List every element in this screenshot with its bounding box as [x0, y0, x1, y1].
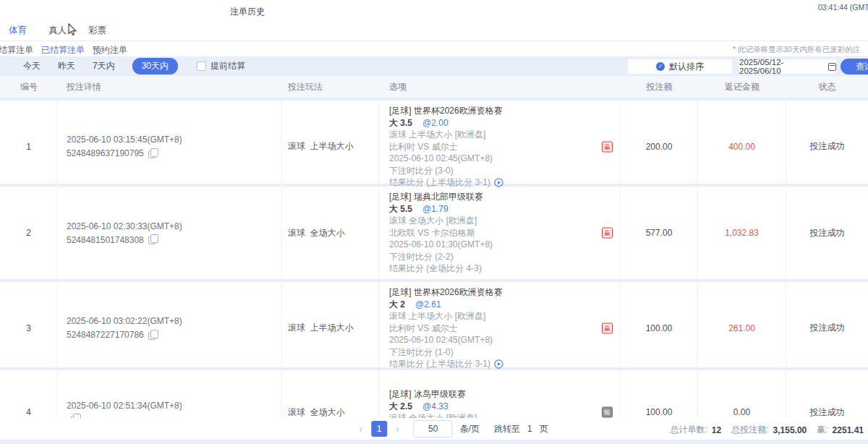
- return-amount: 0.00: [698, 370, 786, 418]
- odds-value: @4.33: [422, 401, 448, 411]
- table-body: 1 2025-06-10 03:15:45(GMT+8) 52484896371…: [0, 98, 868, 418]
- bet-detail-cell: 2025-06-10 03:15:45(GMT+8) 5248489637190…: [58, 101, 282, 193]
- bet-option-cell: [足球] 冰岛甲级联赛 大 2.5@4.33 滚球 全场大小 [欧洲盘] 富佐尼…: [379, 370, 621, 418]
- current-page-button[interactable]: 1: [371, 421, 387, 437]
- date-range-picker[interactable]: 2025/05/12-2025/06/10: [739, 59, 836, 74]
- early-settle-checkbox[interactable]: [197, 61, 206, 71]
- table-header: 编号 投注详情 投注玩法 选项 投注额 返还金额 状态: [0, 76, 868, 98]
- default-sort-label: 默认排序: [669, 61, 704, 73]
- filter-7days[interactable]: 7天内: [93, 60, 115, 72]
- bet-status: 投注成功: [786, 370, 868, 418]
- bet-play: 滚球 上半场大小: [282, 101, 379, 193]
- bet-play: 滚球 全场大小: [282, 370, 379, 418]
- row-number: 4: [0, 370, 58, 418]
- subtab-reserved[interactable]: 预约注单: [93, 44, 127, 56]
- bet-option-cell: [足球] 瑞典北部甲级联赛 大 5.5@1.79 滚球 全场大小 [欧洲盘] 北…: [379, 187, 621, 279]
- pick-selection: 大 5.5: [389, 204, 412, 214]
- odds-value: @2.61: [415, 299, 441, 309]
- bet-status: 投注成功: [786, 187, 868, 279]
- date-range-value: 2025/05/12-2025/06/10: [739, 58, 824, 75]
- match-teams: 北欧联 VS 卡尔伯格斯: [389, 227, 475, 239]
- bet-detail-cell: 2025-06-10 03:02:22(GMT+8) 5248487227170…: [58, 282, 282, 375]
- copy-icon[interactable]: [148, 332, 156, 340]
- bet-option-cell: [足球] 世界杯2026欧洲资格赛 大 2@2.61 滚球 上半场大小 [欧洲盘…: [379, 282, 621, 375]
- early-settle-group: 提前结算: [197, 60, 245, 72]
- page-title: 注单历史: [230, 6, 265, 18]
- per-page-label: 条/页: [460, 423, 480, 435]
- row-number: 3: [0, 282, 58, 375]
- total-win-label: 赢:: [817, 424, 827, 436]
- bet-history-page: 注单历史 03:41:44 (GMT 体育 真人 彩票 未结算注单 已结算注单 …: [0, 0, 868, 444]
- result-detail-icon[interactable]: [494, 359, 503, 369]
- total-stake-value: 3,155.00: [773, 425, 807, 435]
- subtab-settled[interactable]: 已结算注单: [41, 44, 85, 56]
- market-type: 滚球 上半场大小 [欧洲盘]: [389, 129, 485, 141]
- result-detail-icon[interactable]: [494, 178, 503, 187]
- bet-play: 滚球 上半场大小: [282, 282, 379, 375]
- subtab-unsettled[interactable]: 未结算注单: [0, 44, 33, 56]
- jump-label: 跳转至: [494, 423, 520, 435]
- bet-amount: 100.00: [621, 370, 698, 418]
- bet-play: 滚球 全场大小: [282, 187, 379, 279]
- filter-30days[interactable]: 30天内: [132, 58, 178, 74]
- market-type: 滚球 全场大小 [欧洲盘]: [389, 412, 477, 418]
- col-header-return: 返还金额: [698, 81, 786, 93]
- odds-value: @1.79: [422, 204, 448, 214]
- market-type: 滚球 上半场大小 [欧洲盘]: [389, 310, 485, 323]
- col-header-play: 投注玩法: [282, 81, 379, 93]
- return-amount: 261.00: [698, 282, 786, 375]
- next-page-icon[interactable]: ›: [394, 423, 401, 435]
- table-row: 1 2025-06-10 03:15:45(GMT+8) 52484896371…: [0, 101, 868, 184]
- match-teams: 比利时 VS 威尔士: [389, 323, 458, 335]
- default-sort-button[interactable]: 默认排序: [628, 59, 732, 74]
- bet-detail-cell: 2025-06-10 02:51:34(GMT+8): [58, 370, 282, 418]
- bet-time: 2025-06-10 02:30:33(GMT+8): [67, 221, 182, 231]
- row-number: 1: [0, 101, 58, 193]
- bet-time: 2025-06-10 03:02:22(GMT+8): [67, 316, 182, 326]
- bet-option-cell: [足球] 世界杯2026欧洲资格赛 大 3.5@2.00 滚球 上半场大小 [欧…: [379, 101, 621, 193]
- bet-amount: 200.00: [621, 101, 698, 193]
- bet-amount: 100.00: [621, 282, 698, 375]
- odds-value: @2.00: [422, 118, 448, 128]
- copy-icon[interactable]: [148, 236, 156, 244]
- score-at-bet: 下注时比分 (1-0): [389, 346, 454, 359]
- total-stake-label: 总投注额:: [731, 424, 768, 436]
- col-header-detail: 投注详情: [58, 81, 282, 93]
- lose-badge: 输: [602, 407, 613, 418]
- league-name: [足球] 世界杯2026欧洲资格赛: [389, 286, 503, 299]
- records-note: * 此记录将显示30天内所有已派彩的注: [733, 45, 860, 55]
- match-teams: 比利时 VS 威尔士: [389, 141, 458, 153]
- order-id: 5248481501748308: [67, 235, 144, 245]
- total-count-label: 总计单数:: [671, 424, 707, 436]
- copy-icon[interactable]: [148, 150, 156, 158]
- return-amount: 1,032.83: [698, 187, 786, 279]
- bet-detail-cell: 2025-06-10 02:30:33(GMT+8) 5248481501748…: [58, 187, 282, 279]
- col-header-status: 状态: [786, 81, 868, 93]
- col-header-amount: 投注额: [621, 81, 698, 93]
- bet-status: 投注成功: [786, 282, 868, 375]
- mouse-cursor-icon: [67, 23, 77, 36]
- prev-page-icon[interactable]: ‹: [357, 423, 364, 435]
- filter-today[interactable]: 今天: [23, 60, 41, 72]
- filter-yesterday[interactable]: 昨天: [58, 60, 75, 72]
- win-badge: 赢: [602, 141, 613, 152]
- table-row: 2 2025-06-10 02:30:33(GMT+8) 52484815017…: [0, 187, 868, 279]
- bet-amount: 577.00: [621, 187, 698, 279]
- order-id: 5248487227170786: [67, 330, 144, 340]
- subtabs: 未结算注单 已结算注单 预约注单 * 此记录将显示30天内所有已派彩的注: [0, 41, 868, 56]
- pick-selection: 大 2: [389, 299, 405, 309]
- page-size-input[interactable]: [414, 420, 453, 437]
- league-name: [足球] 世界杯2026欧洲资格赛: [389, 105, 503, 117]
- order-id: 5248489637190795: [67, 148, 144, 158]
- pager: ‹ 1 › 条/页 跳转至 1 页: [357, 420, 548, 437]
- match-time: 2025-06-10 01:30(GMT+8): [389, 239, 493, 251]
- league-name: [足球] 瑞典北部甲级联赛: [389, 191, 483, 203]
- return-amount: 400.00: [698, 101, 786, 193]
- result-score: 结果比分 (上半场比分 3-1): [389, 358, 490, 370]
- market-type: 滚球 全场大小 [欧洲盘]: [389, 215, 477, 227]
- bet-time: 2025-06-10 03:15:45(GMT+8): [67, 135, 182, 145]
- search-button[interactable]: 查询: [841, 59, 868, 74]
- page-unit-label: 页: [540, 423, 548, 435]
- totals-summary: 总计单数: 12 总投注额: 3,155.00 赢: 2251.41: [671, 424, 864, 436]
- row-number: 2: [0, 187, 58, 279]
